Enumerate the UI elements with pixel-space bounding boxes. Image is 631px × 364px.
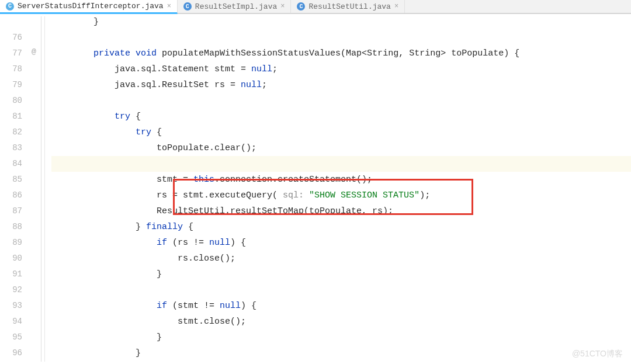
code-editor[interactable]: 76 77 78 79 80 81 82 83 84 85 86 87 88 8… bbox=[0, 14, 631, 364]
code-line[interactable]: } bbox=[51, 345, 631, 361]
line-number: 79 bbox=[0, 77, 22, 93]
code-line[interactable]: stmt = this.connection.createStatement()… bbox=[51, 172, 631, 188]
code-line[interactable]: java.sql.ResultSet rs = null; bbox=[51, 77, 631, 93]
watermark: @51CTO博客 bbox=[572, 349, 623, 359]
java-class-icon: C bbox=[6, 2, 14, 11]
line-number: 84 bbox=[0, 156, 22, 172]
close-icon[interactable]: × bbox=[280, 2, 285, 11]
code-line[interactable]: if (stmt != null) { bbox=[51, 298, 631, 314]
code-line[interactable]: try { bbox=[51, 109, 631, 124]
line-number: 76 bbox=[0, 30, 22, 46]
line-number: 87 bbox=[0, 203, 22, 219]
line-number: 90 bbox=[0, 251, 22, 266]
line-number: 83 bbox=[0, 140, 22, 156]
code-line[interactable]: java.sql.Statement stmt = null; bbox=[51, 61, 631, 77]
code-line[interactable] bbox=[51, 93, 631, 109]
editor-tabs: C ServerStatusDiffInterceptor.java × C R… bbox=[0, 0, 631, 14]
code-line[interactable]: rs = stmt.executeQuery( sql: "SHOW SESSI… bbox=[51, 188, 631, 203]
tab-label: ServerStatusDiffInterceptor.java bbox=[18, 2, 164, 11]
code-line[interactable]: ResultSetUtil.resultSetToMap(toPopulate,… bbox=[51, 203, 631, 219]
code-line[interactable]: } finally { bbox=[51, 219, 631, 235]
fold-guide bbox=[44, 16, 45, 362]
gutter-line-numbers: 76 77 78 79 80 81 82 83 84 85 86 87 88 8… bbox=[0, 14, 28, 364]
line-number: 89 bbox=[0, 235, 22, 251]
code-line[interactable]: stmt.close(); bbox=[51, 314, 631, 330]
code-line[interactable]: private void populateMapWithSessionStatu… bbox=[51, 46, 631, 61]
code-line[interactable]: if (rs != null) { bbox=[51, 235, 631, 251]
code-area[interactable]: } private void populateMapWithSessionSta… bbox=[48, 14, 631, 364]
line-number: 92 bbox=[0, 282, 22, 298]
override-annotation-icon: @ bbox=[32, 47, 36, 56]
code-line[interactable] bbox=[51, 282, 631, 298]
code-line[interactable]: rs.close(); bbox=[51, 251, 631, 266]
code-line[interactable]: toPopulate.clear(); bbox=[51, 140, 631, 156]
gutter-marks: @ bbox=[28, 14, 48, 364]
code-line[interactable]: } bbox=[51, 330, 631, 345]
line-number: 86 bbox=[0, 188, 22, 203]
tab-server-status-diff-interceptor[interactable]: C ServerStatusDiffInterceptor.java × bbox=[0, 0, 178, 14]
line-number: 93 bbox=[0, 298, 22, 314]
tab-result-set-util[interactable]: C ResultSetUtil.java × bbox=[291, 0, 405, 13]
line-number: 94 bbox=[0, 314, 22, 330]
line-number: 95 bbox=[0, 330, 22, 345]
tab-label: ResultSetUtil.java bbox=[308, 2, 390, 11]
line-number: 96 bbox=[0, 345, 22, 361]
code-line-caret[interactable] bbox=[51, 156, 631, 172]
line-number: 78 bbox=[0, 61, 22, 77]
code-line[interactable]: try { bbox=[51, 124, 631, 140]
code-line[interactable]: } bbox=[51, 14, 631, 30]
line-number: 91 bbox=[0, 266, 22, 282]
tab-result-set-impl[interactable]: C ResultSetImpl.java × bbox=[178, 0, 292, 13]
code-line[interactable] bbox=[51, 30, 631, 46]
line-number bbox=[0, 14, 22, 30]
code-line[interactable]: } bbox=[51, 266, 631, 282]
line-number: 81 bbox=[0, 109, 22, 124]
tab-label: ResultSetImpl.java bbox=[195, 2, 277, 11]
java-class-icon: C bbox=[183, 2, 192, 11]
line-number: 85 bbox=[0, 172, 22, 188]
line-number: 77 bbox=[0, 46, 22, 61]
java-class-icon: C bbox=[297, 2, 305, 11]
close-icon[interactable]: × bbox=[394, 2, 398, 11]
fold-guide bbox=[41, 16, 41, 362]
line-number: 80 bbox=[0, 93, 22, 109]
close-icon[interactable]: × bbox=[167, 2, 171, 11]
line-number: 88 bbox=[0, 219, 22, 235]
line-number: 82 bbox=[0, 124, 22, 140]
